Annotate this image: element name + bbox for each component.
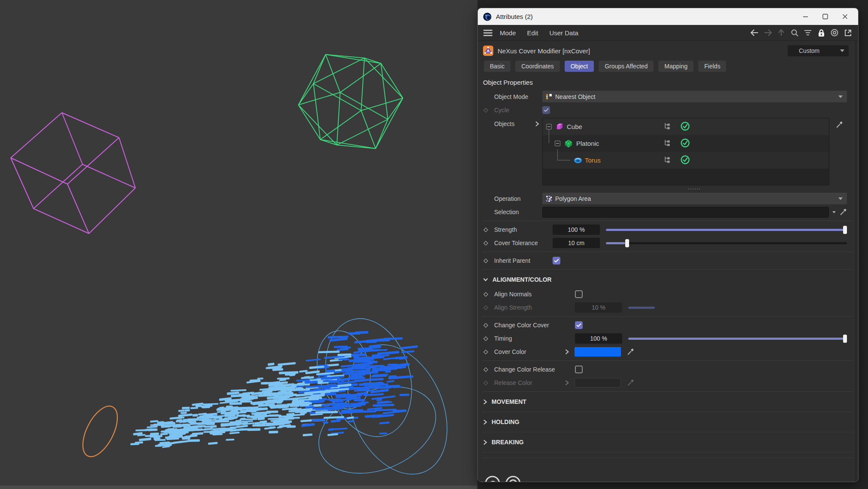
target-icon[interactable] (829, 28, 840, 38)
hamburger-menu-icon[interactable] (483, 29, 493, 37)
torus-object-icon (574, 157, 582, 164)
scrollbar[interactable] (854, 41, 857, 482)
objects-label: Objects (494, 120, 535, 127)
slider-handle[interactable] (843, 226, 847, 234)
enabled-check-icon[interactable] (680, 138, 690, 149)
section-holding[interactable]: HOLDING (478, 415, 858, 429)
selection-dropdown-caret-icon[interactable] (832, 211, 836, 213)
eyedropper-icon[interactable] (835, 120, 843, 129)
menu-user-data[interactable]: User Data (544, 28, 583, 38)
collapse-expander-icon[interactable] (555, 141, 560, 146)
list-item-platonic[interactable]: Platonic (543, 135, 829, 152)
up-arrow-icon[interactable] (776, 28, 786, 38)
timing-label: Timing (494, 335, 575, 342)
object-mode-value: Nearest Object (555, 93, 595, 100)
timing-slider[interactable] (628, 338, 847, 340)
viewport-3d[interactable] (0, 0, 477, 486)
tab-bar: Basic Coordinates Object Groups Affected… (478, 59, 858, 75)
viewport-bottom-strip (0, 486, 477, 489)
keyframe-diamond-icon[interactable] (483, 380, 494, 386)
enabled-check-icon[interactable] (680, 155, 690, 166)
objects-expand-chevron-icon[interactable] (535, 121, 540, 127)
minimize-button[interactable] (795, 10, 815, 23)
back-arrow-icon[interactable] (749, 28, 760, 38)
inherit-parent-label: Inherit Parent (494, 257, 553, 264)
section-breaking[interactable]: BREAKING (478, 435, 858, 449)
slider-handle[interactable] (843, 335, 847, 343)
hierarchy-icon[interactable] (664, 123, 671, 131)
keyframe-diamond-icon[interactable] (483, 108, 494, 113)
enabled-check-icon[interactable] (680, 121, 690, 132)
timing-value[interactable]: 100 % (575, 333, 622, 344)
align-normals-checkbox[interactable] (575, 290, 583, 298)
inherit-parent-checkbox[interactable] (553, 257, 560, 264)
keyframe-diamond-icon[interactable] (483, 240, 494, 246)
hierarchy-icon[interactable] (664, 139, 671, 148)
tab-object[interactable]: Object (565, 61, 594, 72)
cycle-label: Cycle (494, 107, 542, 114)
eyedropper-icon[interactable] (627, 378, 634, 387)
preset-dropdown[interactable]: Custom (788, 45, 849, 56)
expand-chevron-icon[interactable] (565, 380, 569, 386)
cube-object-icon (556, 123, 564, 131)
cover-tolerance-slider[interactable] (606, 242, 847, 244)
selection-input[interactable] (542, 207, 829, 218)
operation-dropdown[interactable]: Polygon Area (542, 193, 847, 204)
window-titlebar[interactable]: Attributes (2) (478, 8, 858, 25)
menu-mode[interactable]: Mode (495, 28, 521, 38)
clipped-tool-icon[interactable] (484, 474, 501, 482)
keyframe-diamond-icon[interactable] (483, 336, 494, 341)
operation-label: Operation (494, 195, 542, 202)
keyframe-diamond-icon[interactable] (483, 305, 494, 311)
eyedropper-icon[interactable] (627, 348, 634, 356)
eyedropper-icon[interactable] (839, 208, 847, 216)
filter-icon[interactable] (803, 28, 813, 38)
open-external-icon[interactable] (843, 28, 853, 38)
object-name: Platonic (576, 140, 599, 147)
keyframe-diamond-icon[interactable] (483, 323, 494, 328)
align-strength-slider[interactable] (628, 307, 655, 309)
list-resize-handle[interactable]: ...... (542, 185, 847, 191)
keyframe-diamond-icon[interactable] (483, 258, 494, 264)
tab-coordinates[interactable]: Coordinates (515, 61, 560, 72)
lock-icon[interactable] (816, 28, 826, 38)
search-icon[interactable] (789, 28, 800, 38)
change-color-cover-checkbox[interactable] (575, 321, 583, 329)
keyframe-diamond-icon[interactable] (483, 349, 494, 355)
tab-mapping[interactable]: Mapping (658, 61, 694, 72)
expand-chevron-icon[interactable] (565, 349, 569, 355)
list-item-torus[interactable]: Torus (543, 152, 829, 169)
tab-fields[interactable]: Fields (698, 61, 726, 72)
object-name: Cube (567, 123, 582, 130)
chevron-right-icon (483, 440, 487, 445)
slider-handle[interactable] (625, 239, 629, 247)
forward-arrow-icon[interactable] (763, 28, 773, 38)
align-normals-label: Align Normals (494, 291, 575, 298)
keyframe-diamond-icon[interactable] (483, 292, 494, 297)
cover-color-swatch[interactable] (575, 347, 621, 357)
hierarchy-icon[interactable] (664, 156, 671, 165)
list-item-cube[interactable]: Cube (543, 118, 829, 135)
strength-label: Strength (494, 226, 553, 233)
tab-basic[interactable]: Basic (484, 61, 510, 72)
align-strength-value[interactable]: 10 % (575, 302, 622, 313)
strength-value[interactable]: 100 % (553, 225, 600, 235)
section-movement[interactable]: MOVEMENT (478, 395, 858, 409)
cycle-checkbox[interactable] (542, 106, 550, 114)
close-button[interactable] (835, 10, 855, 23)
maximize-button[interactable] (815, 10, 835, 23)
attributes-content: NeXus Cover Modifier [nxCover] Custom Ba… (478, 41, 858, 482)
collapse-expander-icon[interactable] (546, 124, 552, 129)
release-color-swatch[interactable] (575, 378, 621, 388)
keyframe-diamond-icon[interactable] (483, 227, 494, 233)
strength-slider[interactable] (606, 229, 847, 231)
menu-edit[interactable]: Edit (523, 28, 543, 38)
object-mode-dropdown[interactable]: Nearest Object (542, 91, 847, 102)
change-color-release-label: Change Color Release (494, 366, 575, 373)
cover-tolerance-value[interactable]: 10 cm (553, 238, 600, 248)
change-color-release-checkbox[interactable] (575, 366, 583, 373)
tab-groups-affected[interactable]: Groups Affected (599, 61, 654, 72)
section-alignment-color[interactable]: ALIGNMENT/COLOR (478, 273, 858, 286)
keyframe-diamond-icon[interactable] (483, 367, 494, 372)
clipped-tool-icon[interactable] (504, 474, 522, 482)
